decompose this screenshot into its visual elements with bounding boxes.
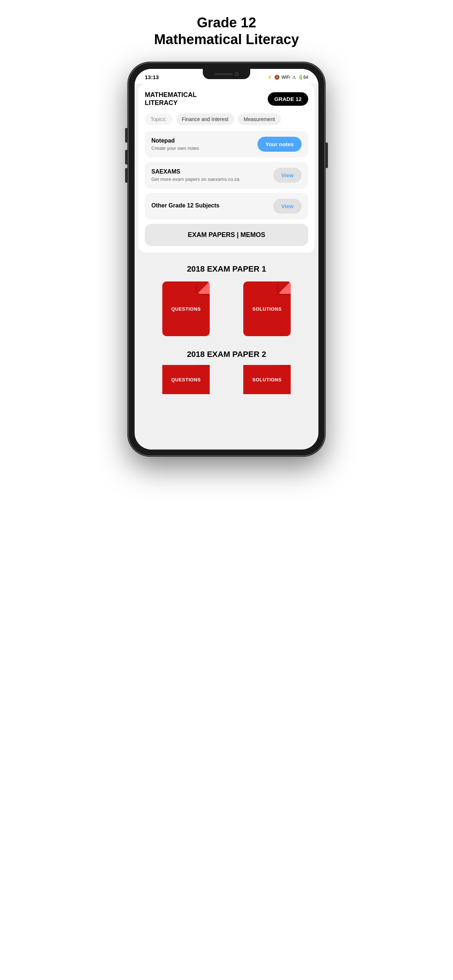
- wifi-icon: WiFi: [282, 75, 290, 80]
- other-subjects-title: Other Grade 12 Subjects: [152, 202, 273, 209]
- other-subjects-card: Other Grade 12 Subjects View: [145, 193, 308, 220]
- topics-row: Topics: Finance and Interest Measurement: [145, 113, 308, 125]
- page-title: Grade 12 Mathematical Literacy: [154, 14, 299, 48]
- notepad-card: Notepad Create your own notes Your notes: [145, 131, 308, 158]
- exam-paper-2-docs: QUESTIONS SOLUTIONS: [138, 365, 315, 398]
- mute-icon: 🔕: [274, 75, 280, 80]
- your-notes-button[interactable]: Your notes: [257, 137, 301, 152]
- questions-label-1: QUESTIONS: [171, 306, 201, 312]
- status-icons: ⚡ 🔕 WiFi ⚠ 🔋64: [267, 75, 308, 80]
- grade-badge: GRADE 12: [268, 92, 308, 106]
- notepad-info: Notepad Create your own notes: [152, 137, 257, 151]
- app-header: MATHEMATICALLITERACY GRADE 12: [145, 91, 308, 107]
- saexams-title: SAEXAMS: [152, 169, 273, 175]
- notepad-title: Notepad: [152, 137, 257, 144]
- status-bar: 13:13 ⚡ 🔕 WiFi ⚠ 🔋64: [135, 69, 318, 84]
- scroll-area: 2018 EXAM PAPER 1 QUESTIONS SOLUTIONS: [135, 256, 318, 405]
- doc-fold-1: [197, 282, 210, 294]
- exam-paper-1-docs: QUESTIONS SOLUTIONS: [138, 280, 315, 342]
- topic-chip-measurement[interactable]: Measurement: [238, 113, 281, 125]
- saexams-info: SAEXAMS Get more exam papers on saexams.…: [152, 169, 273, 182]
- notch-camera: [235, 72, 239, 76]
- topic-chip-finance[interactable]: Finance and Interest: [176, 113, 234, 125]
- notch: [203, 69, 250, 79]
- battery-icon: 🔋64: [298, 75, 308, 80]
- app-subject-title: MATHEMATICALLITERACY: [145, 91, 196, 107]
- questions-label-2: QUESTIONS: [171, 377, 201, 382]
- solutions-label-1: SOLUTIONS: [252, 306, 282, 312]
- questions-doc-1[interactable]: QUESTIONS: [159, 280, 214, 338]
- saexams-subtitle: Get more exam papers on saexams.co.za: [152, 177, 273, 182]
- exam-papers-button[interactable]: EXAM PAPERS | MEMOS: [145, 224, 308, 246]
- notepad-subtitle: Create your own notes: [152, 145, 257, 151]
- exam-paper-1-title: 2018 EXAM PAPER 1: [138, 256, 315, 280]
- phone-screen: 13:13 ⚡ 🔕 WiFi ⚠ 🔋64 MATHEMATICALLITERAC…: [135, 69, 318, 450]
- phone-frame: 13:13 ⚡ 🔕 WiFi ⚠ 🔋64 MATHEMATICALLITERAC…: [128, 62, 325, 456]
- questions-doc-2[interactable]: QUESTIONS: [159, 365, 214, 394]
- app-content: MATHEMATICALLITERACY GRADE 12 Topics: Fi…: [138, 84, 315, 253]
- saexams-card: SAEXAMS Get more exam papers on saexams.…: [145, 162, 308, 188]
- solutions-doc-1[interactable]: SOLUTIONS: [239, 280, 294, 338]
- solutions-doc-2[interactable]: SOLUTIONS: [239, 365, 294, 394]
- flash-icon: ⚡: [267, 75, 273, 80]
- solutions-label-2: SOLUTIONS: [252, 377, 282, 382]
- topics-label: Topics:: [145, 113, 172, 125]
- exam-paper-2-title: 2018 EXAM PAPER 2: [138, 342, 315, 365]
- notch-speaker: [214, 73, 233, 75]
- status-time: 13:13: [145, 74, 159, 80]
- saexams-view-button[interactable]: View: [273, 168, 301, 183]
- other-subjects-info: Other Grade 12 Subjects: [152, 202, 273, 210]
- doc-fold-2: [278, 282, 291, 294]
- other-subjects-view-button[interactable]: View: [273, 199, 301, 214]
- alert-icon: ⚠: [292, 75, 296, 80]
